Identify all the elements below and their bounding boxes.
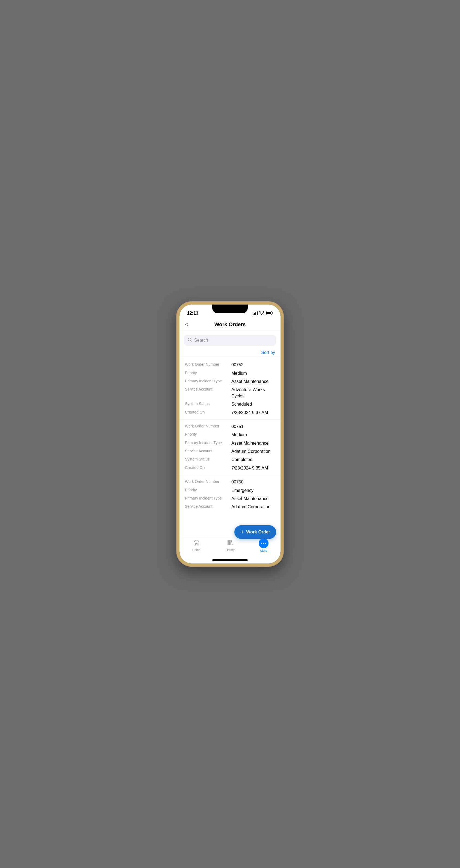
table-row: Priority Emergency (185, 488, 275, 494)
phone-screen: 12:13 (180, 305, 280, 563)
table-row: Service Account Adatum Corporation (185, 448, 275, 455)
nav-item-home[interactable]: Home (180, 539, 213, 552)
phone-device: 12:13 (177, 302, 283, 566)
fab-label: Work Order (246, 530, 270, 534)
home-bar (212, 559, 248, 561)
page-header: < Work Orders (180, 318, 280, 331)
search-container: Search (180, 331, 280, 348)
nav-label-library: Library (225, 548, 235, 552)
wo-account-label-2: Service Account (185, 448, 232, 455)
wo-created-value-2: 7/23/2024 9:35 AM (232, 465, 275, 471)
table-row: Priority Medium (185, 432, 275, 438)
dot-2 (263, 543, 264, 544)
wo-created-label-2: Created On (185, 465, 232, 471)
bottom-nav: Home Library (180, 536, 280, 558)
wo-priority-value-3: Emergency (232, 488, 275, 494)
search-bar[interactable]: Search (184, 335, 276, 346)
wo-incident-label-3: Primary Incident Type (185, 496, 232, 502)
search-icon (188, 338, 192, 343)
work-order-item-3[interactable]: Work Order Number 00750 Priority Emergen… (180, 475, 280, 514)
dot-3 (265, 543, 266, 544)
table-row: Service Account Adatum Corporation (185, 504, 275, 510)
wo-account-value-3: Adatum Corporation (232, 504, 275, 510)
nav-label-home: Home (192, 548, 200, 552)
table-row: Primary Incident Type Asset Maintenance (185, 440, 275, 446)
svg-rect-1 (266, 312, 271, 314)
wo-number-label-2: Work Order Number (185, 424, 232, 430)
table-row: Work Order Number 00751 (185, 424, 275, 430)
wo-number-label-3: Work Order Number (185, 479, 232, 485)
table-row: Created On 7/23/2024 9:37 AM (185, 410, 275, 416)
wo-created-value-1: 7/23/2024 9:37 AM (232, 410, 275, 416)
more-icon (259, 538, 269, 548)
wo-number-label-1: Work Order Number (185, 362, 232, 368)
more-dots-container (259, 538, 269, 548)
svg-rect-3 (228, 540, 228, 545)
battery-icon (266, 311, 273, 316)
table-row: Service Account Adventure Works Cycles (185, 387, 275, 399)
wo-number-value-2: 00751 (232, 424, 275, 430)
wo-incident-label-1: Primary Incident Type (185, 378, 232, 384)
wo-account-label-3: Service Account (185, 504, 232, 510)
table-row: Priority Medium (185, 370, 275, 376)
table-row: Work Order Number 00752 (185, 362, 275, 368)
home-indicator (180, 558, 280, 563)
page-title: Work Orders (214, 321, 246, 328)
fab-plus-icon: + (240, 529, 244, 535)
signal-bar-3 (255, 312, 256, 315)
wo-account-value-2: Adatum Corporation (232, 448, 275, 455)
notch (212, 305, 248, 313)
work-order-item-2[interactable]: Work Order Number 00751 Priority Medium … (180, 420, 280, 475)
wo-priority-label-1: Priority (185, 370, 232, 376)
search-input[interactable]: Search (194, 338, 208, 343)
home-icon (193, 539, 200, 547)
wo-account-value-1: Adventure Works Cycles (232, 387, 275, 399)
wo-account-label-1: Service Account (185, 387, 232, 399)
status-time: 12:13 (187, 311, 198, 316)
work-order-item-1[interactable]: Work Order Number 00752 Priority Medium … (180, 358, 280, 420)
status-icons (253, 311, 273, 316)
sort-by-button[interactable]: Sort by (261, 350, 275, 355)
table-row: System Status Completed (185, 457, 275, 463)
nav-item-library[interactable]: Library (213, 539, 247, 552)
table-row: Created On 7/23/2024 9:35 AM (185, 465, 275, 471)
wo-number-value-3: 00750 (232, 479, 275, 485)
wo-number-value-1: 00752 (232, 362, 275, 368)
wo-priority-value-1: Medium (232, 370, 275, 376)
table-row: Primary Incident Type Asset Maintenance (185, 496, 275, 502)
wo-incident-value-2: Asset Maintenance (232, 440, 275, 446)
nav-label-more: More (260, 549, 267, 552)
signal-bar-2 (254, 313, 255, 315)
signal-bar-4 (257, 311, 257, 315)
wo-priority-label-3: Priority (185, 488, 232, 494)
table-row: Primary Incident Type Asset Maintenance (185, 378, 275, 384)
create-work-order-fab[interactable]: + Work Order (234, 525, 276, 539)
library-icon (227, 539, 233, 547)
nav-item-more[interactable]: More (247, 538, 280, 552)
wo-priority-label-2: Priority (185, 432, 232, 438)
wo-incident-value-3: Asset Maintenance (232, 496, 275, 502)
wo-status-label-2: System Status (185, 457, 232, 463)
phone-inner: 12:13 (180, 305, 280, 563)
sort-container: Sort by (180, 348, 280, 358)
wo-created-label-1: Created On (185, 410, 232, 416)
wo-incident-label-2: Primary Incident Type (185, 440, 232, 446)
table-row: System Status Scheduled (185, 401, 275, 407)
signal-bar-1 (253, 314, 253, 315)
dot-1 (261, 543, 262, 544)
wifi-icon (259, 311, 264, 316)
back-button[interactable]: < (185, 321, 188, 328)
signal-bars-icon (253, 311, 257, 315)
wo-incident-value-1: Asset Maintenance (232, 378, 275, 384)
work-orders-list: Work Order Number 00752 Priority Medium … (180, 358, 280, 536)
wo-status-value-2: Completed (232, 457, 275, 463)
wo-status-value-1: Scheduled (232, 401, 275, 407)
wo-status-label-1: System Status (185, 401, 232, 407)
wo-priority-value-2: Medium (232, 432, 275, 438)
table-row: Work Order Number 00750 (185, 479, 275, 485)
svg-rect-4 (229, 540, 230, 545)
